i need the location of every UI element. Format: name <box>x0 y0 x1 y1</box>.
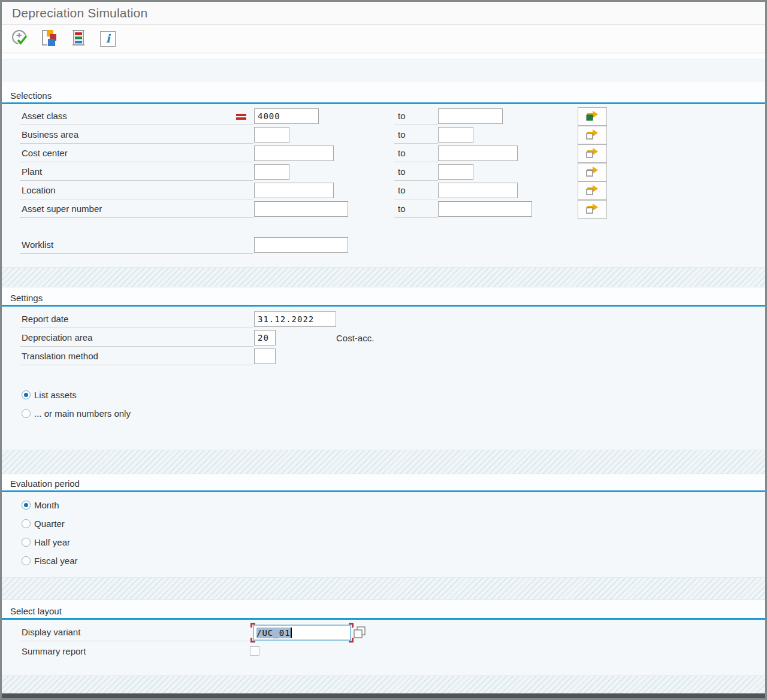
cost-center-from-input[interactable] <box>254 146 334 161</box>
to-label: to <box>394 181 438 199</box>
multiselect-arrow-icon <box>585 184 600 198</box>
dynamic-selections-icon <box>70 28 87 49</box>
half-year-option[interactable]: Half year <box>2 533 765 551</box>
report-date-label: Report date <box>20 310 253 328</box>
display-variant-value-help-button[interactable] <box>352 626 367 640</box>
get-variant-button[interactable] <box>38 29 60 49</box>
program-documentation-button[interactable]: i <box>97 29 119 49</box>
section-separator <box>2 450 765 474</box>
title-bar: Depreciation Simulation <box>2 2 765 25</box>
sap-depreciation-simulation-window: Depreciation Simulation <box>0 0 767 700</box>
summary-report-row: Summary report <box>2 642 765 660</box>
plant-from-input[interactable] <box>254 164 289 180</box>
business-area-multiselect-button[interactable] <box>578 126 607 144</box>
business-area-row: Business area to <box>2 126 765 144</box>
equals-selection-option-icon <box>236 114 246 120</box>
select-layout-section-header: Select layout <box>2 600 765 620</box>
report-date-row: Report date 31.12.2022 <box>2 310 765 329</box>
settings-title: Settings <box>10 293 43 303</box>
bottom-separator <box>2 675 765 696</box>
list-assets-label: List assets <box>34 386 77 404</box>
display-variant-input[interactable]: /UC_01 <box>253 625 351 641</box>
fiscal-year-option[interactable]: Fiscal year <box>2 551 765 570</box>
business-area-from-input[interactable] <box>254 127 289 143</box>
asset-super-number-to-input[interactable] <box>438 201 532 217</box>
list-assets-option[interactable]: List assets <box>2 386 765 404</box>
multiselect-arrow-active-icon <box>585 110 600 123</box>
cost-center-to-input[interactable] <box>438 146 518 161</box>
worklist-row: Worklist <box>2 236 765 254</box>
spacer <box>2 254 765 267</box>
spacer <box>2 366 765 386</box>
plant-to-input[interactable] <box>438 164 473 180</box>
main-numbers-only-option[interactable]: ... or main numbers only <box>2 404 765 423</box>
plant-label: Plant <box>20 163 253 181</box>
location-from-input[interactable] <box>254 183 334 198</box>
value-help-windows-icon <box>352 633 367 642</box>
quarter-option[interactable]: Quarter <box>2 514 765 533</box>
asset-super-number-from-input[interactable] <box>254 201 348 217</box>
settings-section-header: Settings <box>2 287 765 307</box>
business-area-label: Business area <box>20 126 253 144</box>
summary-report-checkbox[interactable] <box>250 646 259 656</box>
depreciation-area-description: Cost-acc. <box>336 329 374 347</box>
multiselect-arrow-icon <box>585 165 600 179</box>
depreciation-area-input[interactable]: 20 <box>254 330 276 346</box>
cost-center-row: Cost center to <box>2 144 765 163</box>
application-toolbar: i <box>2 25 765 53</box>
list-assets-radio[interactable] <box>22 390 31 399</box>
asset-class-label: Asset class <box>20 107 253 125</box>
display-variant-row: Display variant /UC_01 <box>2 623 765 642</box>
translation-method-row: Translation method <box>2 347 765 366</box>
translation-method-input[interactable] <box>254 349 276 364</box>
to-label: to <box>394 126 438 144</box>
execute-clock-check-icon <box>10 28 29 49</box>
location-multiselect-button[interactable] <box>578 181 607 200</box>
selections-title: Selections <box>10 90 52 101</box>
spacer <box>2 59 765 82</box>
asset-class-multiselect-button[interactable] <box>578 107 607 126</box>
fiscal-year-radio[interactable] <box>22 556 31 565</box>
window-bottom-bar <box>2 693 765 698</box>
report-date-input[interactable]: 31.12.2022 <box>254 311 336 327</box>
main-numbers-only-label: ... or main numbers only <box>34 404 131 423</box>
asset-class-row: Asset class 4000 to <box>2 107 765 126</box>
asset-class-to-input[interactable] <box>438 108 503 124</box>
multiselect-arrow-icon <box>585 147 600 160</box>
display-variant-label: Display variant <box>20 623 252 641</box>
selections-section-header: Selections <box>2 82 765 104</box>
spacer <box>2 570 765 577</box>
main-numbers-only-radio[interactable] <box>22 409 31 418</box>
location-to-input[interactable] <box>438 183 518 198</box>
month-option[interactable]: Month <box>2 496 765 514</box>
asset-super-number-row: Asset super number to <box>2 200 765 219</box>
cost-center-multiselect-button[interactable] <box>578 144 607 163</box>
month-label: Month <box>34 496 59 514</box>
worklist-input[interactable] <box>254 237 348 253</box>
half-year-label: Half year <box>34 533 70 551</box>
asset-super-number-label: Asset super number <box>20 200 253 218</box>
toolbar-separator <box>2 53 765 59</box>
info-icon: i <box>100 31 116 47</box>
selected-text: /UC_01 <box>256 628 291 638</box>
dynamic-selections-button[interactable] <box>68 29 89 49</box>
to-label: to <box>394 144 438 162</box>
text-cursor <box>291 628 292 638</box>
summary-report-label: Summary report <box>22 642 86 660</box>
section-separator <box>2 267 765 287</box>
asset-super-number-multiselect-button[interactable] <box>578 200 607 219</box>
month-radio[interactable] <box>22 501 31 510</box>
select-layout-title: Select layout <box>10 606 62 616</box>
depreciation-area-label: Depreciation area <box>20 329 253 347</box>
variant-squares-icon <box>40 28 59 49</box>
evaluation-period-section-header: Evaluation period <box>2 474 765 492</box>
quarter-label: Quarter <box>34 514 65 533</box>
business-area-to-input[interactable] <box>438 127 473 143</box>
execute-button[interactable] <box>9 29 31 49</box>
to-label: to <box>394 163 438 181</box>
quarter-radio[interactable] <box>22 519 31 528</box>
half-year-radio[interactable] <box>22 538 31 547</box>
plant-multiselect-button[interactable] <box>578 163 607 181</box>
asset-class-from-input[interactable]: 4000 <box>254 108 319 124</box>
to-label: to <box>394 200 438 218</box>
